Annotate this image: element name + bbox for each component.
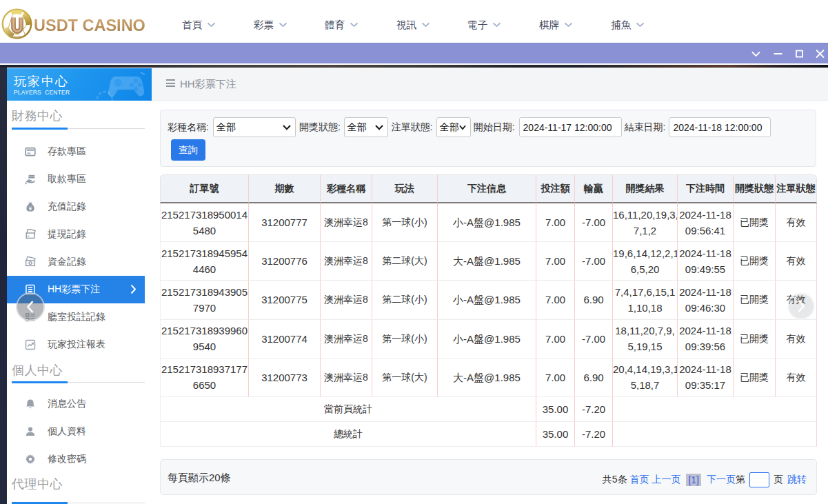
svg-text:Casino: Casino (11, 34, 24, 39)
